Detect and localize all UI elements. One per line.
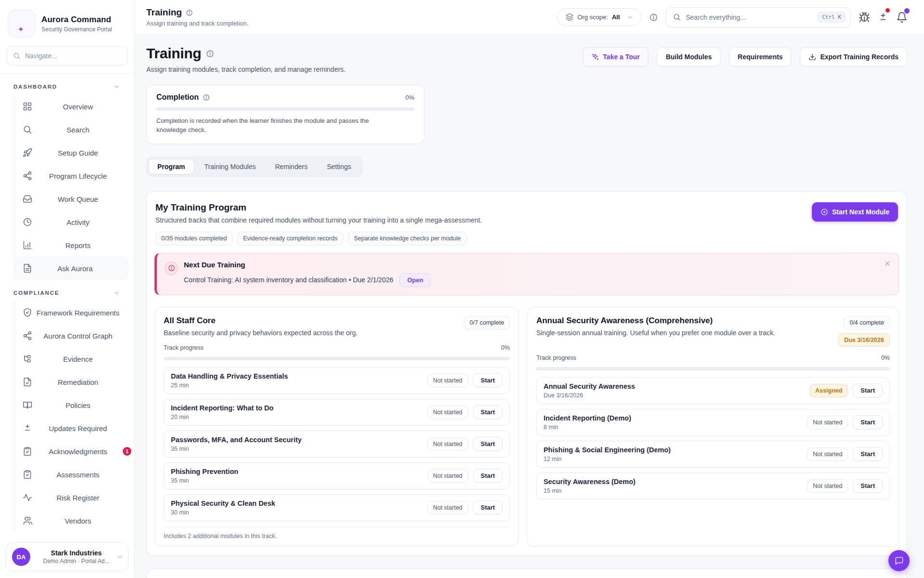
sidebar-navigate-input[interactable]	[7, 46, 128, 66]
sidebar-item-ask-aurora[interactable]: Ask Aurora	[15, 257, 128, 280]
sidebar-item-overview[interactable]: Overview	[15, 95, 134, 118]
aurora-logo-icon	[8, 10, 36, 38]
global-search[interactable]: Ctrl K	[666, 7, 851, 27]
due-date-badge: Due 3/16/2026	[838, 333, 890, 347]
section-dashboard[interactable]: DASHBOARD	[0, 79, 134, 94]
sidebar-item-reports[interactable]: Reports	[15, 234, 134, 257]
take-a-tour-button[interactable]: Take a Tour	[583, 47, 649, 66]
sidebar-item-acknowledgments[interactable]: Acknowledgments1	[15, 440, 134, 463]
sparkles-icon	[591, 53, 599, 61]
chevron-down-icon	[627, 14, 633, 21]
tree-icon	[23, 354, 32, 364]
tab-training-modules[interactable]: Training Modules	[196, 159, 265, 174]
bell-icon[interactable]	[896, 12, 908, 23]
share-nodes-icon	[23, 331, 32, 341]
module-row: Annual Security AwarenessDue 3/16/2026 A…	[536, 377, 890, 404]
updates-icon[interactable]	[878, 12, 888, 23]
play-circle-icon	[821, 208, 828, 216]
info-icon[interactable]	[186, 9, 193, 16]
tab-settings[interactable]: Settings	[318, 159, 360, 174]
sidebar-item-program-lifecycle[interactable]: Program Lifecycle	[15, 164, 134, 187]
sidebar-item-assessments[interactable]: Assessments	[15, 463, 134, 486]
section-compliance[interactable]: COMPLIANCE	[0, 285, 134, 300]
sidebar-item-activity[interactable]: Activity	[15, 210, 134, 234]
requirements-button[interactable]: Requirements	[729, 47, 791, 66]
start-button[interactable]: Start	[853, 479, 883, 493]
close-icon[interactable]	[884, 260, 891, 267]
track-progress-value: 0%	[501, 344, 510, 351]
start-button[interactable]: Start	[473, 373, 503, 387]
bar-chart-icon	[23, 240, 32, 250]
start-button[interactable]: Start	[473, 469, 503, 483]
search-icon	[13, 52, 21, 60]
alert-message: Control Training: AI system inventory an…	[184, 276, 393, 284]
chevron-down-icon[interactable]	[113, 289, 120, 296]
sidebar-item-risk-register[interactable]: Risk Register	[15, 486, 134, 509]
sidebar-item-updates-required[interactable]: Updates Required	[15, 417, 134, 440]
info-icon[interactable]	[203, 94, 210, 101]
track-title: All Staff Core	[164, 316, 358, 326]
program-badge: 0/35 modules completed	[155, 232, 232, 245]
org-scope-selector[interactable]: Org scope: All	[557, 8, 642, 26]
sidebar-item-vendors[interactable]: Vendors	[15, 509, 134, 532]
status-badge: Not started	[807, 479, 848, 493]
sidebar-item-policies[interactable]: Policies	[15, 394, 134, 417]
open-training-button[interactable]: Open	[399, 273, 431, 287]
info-icon[interactable]	[649, 13, 658, 22]
track-progress-bar	[164, 357, 510, 360]
shield-check-icon	[23, 308, 32, 317]
page-subtitle: Assign training modules, track completio…	[146, 66, 346, 73]
layers-icon	[565, 13, 574, 21]
start-button[interactable]: Start	[473, 405, 503, 419]
info-icon[interactable]	[206, 50, 214, 58]
status-badge: Not started	[427, 374, 468, 387]
chat-fab[interactable]	[888, 550, 910, 571]
tab-program[interactable]: Program	[149, 159, 194, 174]
start-button[interactable]: Start	[473, 437, 503, 451]
build-modules-button[interactable]: Build Modules	[657, 47, 720, 66]
status-badge: Not started	[427, 501, 468, 514]
file-check-icon	[23, 377, 32, 387]
export-training-records-button[interactable]: Export Training Records	[800, 47, 907, 66]
status-badge: Not started	[427, 437, 468, 451]
status-badge: Not started	[807, 447, 848, 461]
start-button[interactable]: Start	[853, 447, 883, 461]
share-nodes-icon	[23, 171, 32, 181]
brand-name: Aurora Command	[41, 15, 112, 25]
topbar-title: Training	[146, 7, 182, 18]
next-due-training-alert: Next Due Training Control Training: AI s…	[154, 253, 899, 295]
sidebar-item-work-queue[interactable]: Work Queue	[15, 187, 134, 210]
topbar-subtitle: Assign training and track completion.	[146, 20, 248, 27]
completion-card: Completion 0% Completion is recorded whe…	[146, 85, 424, 144]
start-next-module-button[interactable]: Start Next Module	[812, 202, 898, 222]
file-text-icon	[23, 263, 32, 273]
track-footnote: Includes 2 additional modules in this tr…	[164, 527, 510, 539]
bug-report-icon[interactable]	[859, 12, 870, 23]
chevron-down-icon	[116, 553, 123, 560]
start-button[interactable]: Start	[853, 415, 883, 429]
inbox-icon	[23, 194, 32, 204]
module-row: Physical Security & Clean Desk30 min Not…	[164, 494, 510, 521]
completion-progress-bar	[156, 107, 414, 111]
sidebar-item-search[interactable]: Search	[15, 118, 134, 141]
sidebar-item-remediation[interactable]: Remediation	[15, 370, 134, 394]
sidebar-item-aurora-control-graph[interactable]: Aurora Control Graph	[15, 324, 134, 347]
start-button[interactable]: Start	[473, 500, 503, 514]
navigate-field[interactable]	[25, 52, 121, 60]
module-row: Data Handling & Privacy Essentials25 min…	[164, 367, 510, 394]
program-subtitle: Structured tracks that combine required …	[155, 216, 482, 224]
global-search-input[interactable]	[686, 13, 813, 21]
activity-icon	[23, 493, 32, 502]
avatar: DA	[12, 548, 30, 566]
sidebar-item-framework-requirements[interactable]: Framework Requirements	[15, 301, 134, 324]
users-icon	[23, 516, 32, 525]
chevron-down-icon[interactable]	[113, 83, 120, 90]
track-progress-bar	[536, 367, 890, 370]
sidebar-item-setup-guide[interactable]: Setup Guide	[15, 141, 134, 164]
tab-reminders[interactable]: Reminders	[266, 159, 316, 174]
sidebar-item-evidence[interactable]: Evidence	[15, 347, 134, 370]
user-menu[interactable]: DA Stark Industries Demo Admin · Portal …	[6, 542, 128, 571]
track-annual-security-awareness: Annual Security Awareness (Comprehensive…	[527, 307, 899, 547]
page-title: Training	[146, 45, 201, 62]
start-button[interactable]: Start	[853, 383, 883, 397]
